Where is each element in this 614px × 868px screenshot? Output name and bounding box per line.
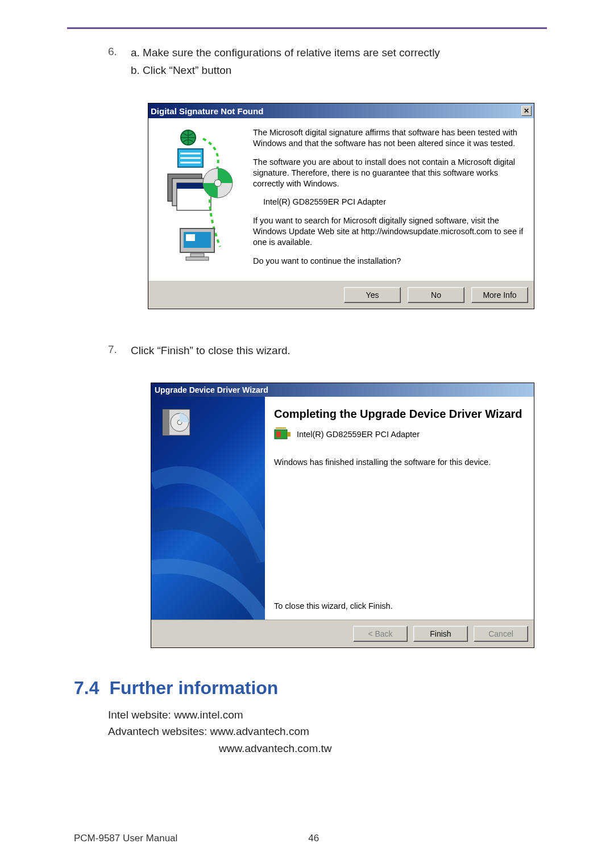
dialog2-titlebar: Upgrade Device Driver Wizard xyxy=(151,383,534,397)
finish-button[interactable]: Finish xyxy=(413,626,468,642)
no-button[interactable]: No xyxy=(408,287,464,303)
step-7-body: Click “Finish” to close this wizard. xyxy=(131,343,546,361)
page-number: 46 xyxy=(308,833,319,844)
dialog2-body: Completing the Upgrade Device Driver Wiz… xyxy=(151,397,534,620)
svg-rect-13 xyxy=(186,234,195,241)
dialog1-title-text: Digital Signature Not Found xyxy=(151,106,521,116)
dialog1-button-bar: Yes No More Info xyxy=(148,281,534,309)
dialog2-sidebar-art xyxy=(151,397,265,620)
step-7-text: Click “Finish” to close this wizard. xyxy=(131,343,546,359)
dialog2-close-hint: To close this wizard, click Finish. xyxy=(274,601,525,610)
dialog1-illustration xyxy=(156,127,253,275)
upgrade-driver-wizard-dialog: Upgrade Device Driver Wizard xyxy=(151,383,534,648)
step-6-number: 6. xyxy=(108,45,131,80)
step-6-line-a: a. Make sure the configurations of relat… xyxy=(131,45,546,61)
dialog2-title-text: Upgrade Device Driver Wizard xyxy=(155,385,268,394)
dialog1-text: The Microsoft digital signature affirms … xyxy=(253,127,526,275)
svg-rect-14 xyxy=(190,254,204,257)
svg-rect-21 xyxy=(276,431,281,437)
dialog1-p2: The software you are about to install do… xyxy=(253,157,526,189)
section-7-4: 7.4Further information Intel website: ww… xyxy=(74,678,546,757)
dialog1-body: The Microsoft digital signature affirms … xyxy=(148,118,534,281)
dialog1-device-name: Intel(R) GD82559ER PCI Adapter xyxy=(253,197,526,207)
step-6-line-b: b. Click “Next” button xyxy=(131,63,546,78)
dialog2-main: Completing the Upgrade Device Driver Wiz… xyxy=(265,397,534,620)
section-7-4-heading: 7.4Further information xyxy=(74,678,546,699)
top-horizontal-rule xyxy=(67,27,547,29)
dialog2-device-name: Intel(R) GD82559ER PCI Adapter xyxy=(297,430,420,439)
svg-rect-22 xyxy=(287,432,291,437)
step-7: 7. Click “Finish” to close this wizard. xyxy=(108,343,546,361)
step-6: 6. a. Make sure the configurations of re… xyxy=(108,45,546,80)
section-7-4-title: Further information xyxy=(109,678,278,698)
further-info-line-3: www.advantech.com.tw xyxy=(108,740,546,757)
page-content: 6. a. Make sure the configurations of re… xyxy=(108,45,546,757)
dialog1-titlebar: Digital Signature Not Found ✕ xyxy=(148,103,534,118)
more-info-button[interactable]: More Info xyxy=(471,287,528,303)
close-icon[interactable]: ✕ xyxy=(521,106,532,116)
network-adapter-icon xyxy=(274,427,291,442)
dialog2-device-row: Intel(R) GD82559ER PCI Adapter xyxy=(274,427,525,442)
step-7-number: 7. xyxy=(108,343,131,361)
step-6-body: a. Make sure the configurations of relat… xyxy=(131,45,546,80)
dialog2-heading: Completing the Upgrade Device Driver Wiz… xyxy=(274,407,525,421)
section-7-4-body: Intel website: www.intel.com Advantech w… xyxy=(108,707,546,757)
dialog2-button-bar: < Back Finish Cancel xyxy=(151,620,534,647)
manual-name: PCM-9587 User Manual xyxy=(74,833,177,844)
further-info-line-2: Advantech websites: www.advantech.com xyxy=(108,723,546,740)
dialog2-finished-text: Windows has finished installing the soft… xyxy=(274,458,525,467)
software-collage-icon xyxy=(162,127,247,275)
dialog1-p1: The Microsoft digital signature affirms … xyxy=(253,127,526,149)
dialog2-spacer xyxy=(274,475,525,601)
section-7-4-number: 7.4 xyxy=(74,678,99,698)
further-info-line-1: Intel website: www.intel.com xyxy=(108,707,546,723)
back-button[interactable]: < Back xyxy=(353,626,408,642)
sidebar-ribbons xyxy=(151,397,265,620)
yes-button[interactable]: Yes xyxy=(344,287,401,303)
digital-signature-dialog: Digital Signature Not Found ✕ xyxy=(148,103,534,309)
dialog1-p3: If you want to search for Microsoft digi… xyxy=(253,215,526,248)
cancel-button[interactable]: Cancel xyxy=(474,626,528,642)
svg-rect-15 xyxy=(186,257,209,260)
svg-point-10 xyxy=(214,180,221,186)
dialog1-p4: Do you want to continue the installation… xyxy=(253,256,526,267)
page-footer: PCM-9587 User Manual 46 xyxy=(74,833,547,844)
